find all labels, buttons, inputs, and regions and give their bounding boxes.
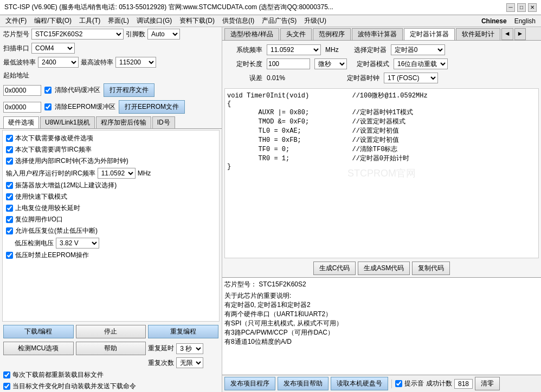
title-text: STC-ISP (V6.90E) (服务电话/销售电话: 0513-550129… bbox=[4, 3, 333, 12]
irc-freq-select[interactable]: 11.0592 bbox=[98, 168, 136, 179]
menu-supply[interactable]: 供货信息(I) bbox=[219, 15, 257, 27]
stop-button[interactable]: 停止 bbox=[76, 325, 146, 338]
code-area[interactable]: void Timer0Init(void) //100微秒@11.0592MHz… bbox=[224, 88, 539, 258]
sys-freq-select[interactable]: 11.0592 bbox=[267, 44, 321, 55]
lang-english-button[interactable]: English bbox=[511, 16, 539, 26]
separator bbox=[391, 380, 392, 388]
irc-row: 输入用户程序运行时的IRC频率 11.0592 MHz bbox=[6, 167, 216, 180]
gen-asm-button[interactable]: 生成ASM代码 bbox=[358, 262, 410, 275]
addr2-input[interactable] bbox=[3, 102, 41, 113]
select-timer-select[interactable]: 定时器0 bbox=[391, 44, 445, 55]
port-select[interactable]: COM4 bbox=[31, 43, 75, 54]
check-auto-send-checkbox[interactable] bbox=[3, 383, 10, 390]
option-label-4: 振荡器放大增益(12M以上建议选择) bbox=[15, 181, 117, 190]
max-baud-select[interactable]: 115200 bbox=[115, 57, 156, 68]
minimize-button[interactable]: ─ bbox=[506, 3, 515, 12]
addr1-row: 清除代码缓冲区 打开程序文件 bbox=[0, 82, 222, 99]
option-checkbox-10[interactable] bbox=[6, 252, 13, 259]
min-baud-label: 最低波特率 bbox=[3, 58, 36, 67]
option-checkbox-5[interactable] bbox=[6, 193, 13, 200]
timer-len-input[interactable] bbox=[267, 58, 310, 69]
detect-button[interactable]: 检测MCU选项 bbox=[3, 342, 74, 355]
pin-select[interactable]: Auto bbox=[147, 29, 180, 40]
hw-tab-options[interactable]: 硬件选项 bbox=[3, 116, 39, 128]
download-button[interactable]: 下载/编程 bbox=[3, 325, 74, 338]
menu-upgrade[interactable]: 升级(U) bbox=[301, 15, 330, 27]
info-line-item: 有3路PCA/PWM/CCP（可用作DAC） bbox=[224, 328, 539, 337]
option-checkbox-1[interactable] bbox=[6, 146, 13, 153]
repeat-select[interactable]: 无限 bbox=[176, 357, 203, 368]
menu-tools[interactable]: 工具(T) bbox=[76, 15, 104, 27]
rtab-selection[interactable]: 选型/价格/样品 bbox=[224, 28, 279, 40]
rtab-baud[interactable]: 波特率计算器 bbox=[352, 28, 403, 40]
chip-select[interactable]: STC15F2K60S2 bbox=[31, 29, 124, 40]
open-eeprom-button[interactable]: 打开EEPROM文件 bbox=[119, 100, 185, 114]
clear-eeprom-checkbox[interactable] bbox=[44, 103, 51, 110]
menu-file[interactable]: 文件(F) bbox=[2, 15, 30, 27]
timer-calculator: 系统频率 11.0592 MHz 选择定时器 定时器0 定时长度 微秒 定时器模… bbox=[222, 41, 541, 87]
publish-help-button[interactable]: 发布项目帮助 bbox=[278, 377, 329, 390]
lang-chinese-button[interactable]: Chinese bbox=[478, 16, 510, 26]
right-panel: 选型/价格/样品 头文件 范例程序 波特率计算器 定时器计算器 软件延时计 ◄ … bbox=[222, 27, 541, 392]
option-7: 复位脚用作I/O口 bbox=[6, 214, 216, 225]
baud-row: 最低波特率 2400 最高波特率 115200 bbox=[0, 55, 222, 69]
info-chip-label: 芯片型号： bbox=[224, 280, 257, 288]
hw-tab-encrypt[interactable]: 程序加密后传输 bbox=[96, 116, 151, 128]
info-chip-row: 芯片型号： STC15F2K60S2 bbox=[224, 280, 539, 289]
show-sound-checkbox[interactable] bbox=[395, 380, 402, 387]
menu-download[interactable]: 资料下载(D) bbox=[176, 15, 218, 27]
delay-select[interactable]: 3 秒 bbox=[176, 343, 203, 354]
check-reload-row: 每次下载前都重新装载目标文件 bbox=[0, 369, 222, 381]
menu-ads[interactable]: 产品广告(S) bbox=[259, 15, 300, 27]
check-auto-send-label: 当目标文件变化时自动装载并发送下载命令 bbox=[12, 382, 136, 391]
info-lines: 有定时器0, 定时器1和定时器2 有两个硬件串口（UART1和UART2） 有S… bbox=[224, 300, 539, 347]
info-chip-value: STC15F2K60S2 bbox=[259, 280, 306, 288]
sys-freq-unit: MHz bbox=[325, 46, 339, 54]
copy-button[interactable]: 复制代码 bbox=[412, 262, 450, 275]
timer-mode-select[interactable]: 16位自动重载 bbox=[394, 58, 448, 69]
rtab-timer[interactable]: 定时器计算器 bbox=[404, 28, 455, 40]
voltage-select[interactable]: 3.82 V bbox=[56, 238, 99, 249]
gen-c-button[interactable]: 生成C代码 bbox=[313, 262, 356, 275]
option-checkbox-0[interactable] bbox=[6, 135, 13, 142]
option-label-1: 本次下载需要调节IRC频率 bbox=[15, 145, 92, 154]
option-checkbox-7[interactable] bbox=[6, 216, 13, 223]
option-checkbox-6[interactable] bbox=[6, 205, 13, 212]
maximize-button[interactable]: □ bbox=[517, 3, 526, 12]
min-baud-select[interactable]: 2400 bbox=[38, 57, 79, 68]
clear-count-button[interactable]: 清零 bbox=[475, 377, 500, 390]
addr1-input[interactable] bbox=[3, 85, 41, 96]
rtab-next-arrow[interactable]: ► bbox=[514, 28, 526, 40]
start-addr-label: 起始地址 bbox=[3, 71, 29, 80]
check-reload-checkbox[interactable] bbox=[3, 371, 10, 378]
menu-interface[interactable]: 界面(L) bbox=[105, 15, 132, 27]
menu-program[interactable]: 编程/下载(O) bbox=[31, 15, 75, 27]
info-panel: 芯片型号： STC15F2K60S2 关于此芯片的重要说明: 有定时器0, 定时… bbox=[222, 277, 541, 375]
open-program-button[interactable]: 打开程序文件 bbox=[104, 83, 154, 97]
help-button[interactable]: 帮助 bbox=[76, 342, 146, 355]
error-label: 误差 bbox=[224, 74, 262, 83]
option-2: 选择使用内部IRC时钟(不选为外部时钟) bbox=[6, 155, 216, 167]
read-hdd-button[interactable]: 读取本机硬盘号 bbox=[331, 377, 388, 390]
option-checkbox-2[interactable] bbox=[6, 158, 13, 165]
hw-tab-id[interactable]: ID号 bbox=[152, 116, 175, 128]
pin-label: 引脚数 bbox=[126, 30, 145, 39]
timer-clock-select[interactable]: 1T (FOSC) bbox=[384, 73, 438, 83]
close-button[interactable]: ✕ bbox=[528, 3, 537, 12]
menu-debug[interactable]: 调试接口(G) bbox=[133, 15, 175, 27]
option-10: 低压时禁止EEPROM操作 bbox=[6, 250, 216, 261]
publish-program-button[interactable]: 发布项目程序 bbox=[224, 377, 275, 390]
option-checkbox-8[interactable] bbox=[6, 227, 13, 234]
clear-code-checkbox[interactable] bbox=[44, 87, 51, 94]
count-label: 成功计数 bbox=[426, 379, 452, 388]
option-checkbox-4[interactable] bbox=[6, 182, 13, 189]
rtab-header[interactable]: 头文件 bbox=[280, 28, 312, 40]
rtab-prev-arrow[interactable]: ◄ bbox=[501, 28, 513, 40]
hw-tab-u8w[interactable]: U8W/Link1脱机 bbox=[40, 116, 95, 128]
timer-len-unit[interactable]: 微秒 bbox=[314, 58, 347, 69]
rtab-example[interactable]: 范例程序 bbox=[313, 28, 351, 40]
title-bar: STC-ISP (V6.90E) (服务电话/销售电话: 0513-550129… bbox=[0, 0, 541, 15]
info-line-item: 有8通道10位精度的A/D bbox=[224, 337, 539, 347]
rtab-delay[interactable]: 软件延时计 bbox=[456, 28, 500, 40]
reprogram-button[interactable]: 重复编程 bbox=[148, 325, 218, 338]
